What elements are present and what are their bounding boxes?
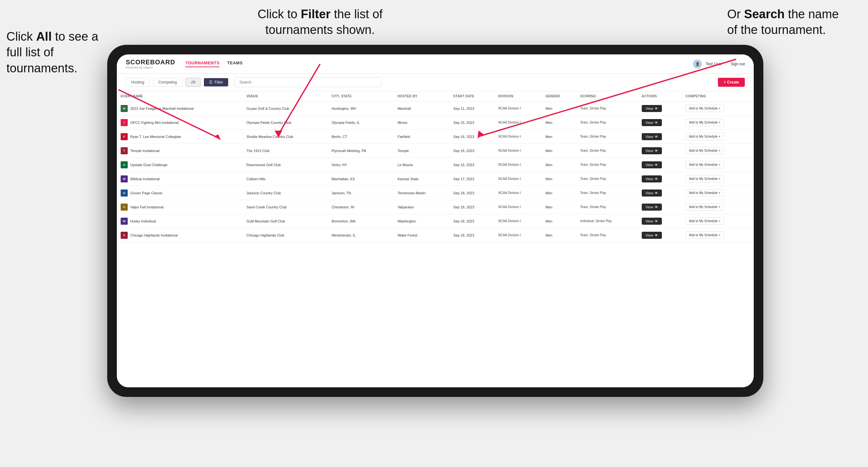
- logo-sub: Powered by clipp'd: [126, 66, 175, 69]
- view-button-4[interactable]: View 👁: [642, 147, 662, 154]
- tab-competing[interactable]: Competing: [153, 78, 182, 87]
- cell-action-10: View 👁: [638, 228, 682, 242]
- add-schedule-button-6[interactable]: Add to My Schedule +: [686, 175, 724, 182]
- event-name-text-9: Husky Individual: [130, 219, 156, 223]
- cell-event-name-8: V Valpo Fall Invitational: [117, 200, 243, 214]
- cell-action-6: View 👁: [638, 172, 682, 186]
- add-schedule-label-5: Add to My Schedule +: [689, 163, 720, 166]
- view-button-3[interactable]: View 👁: [642, 133, 662, 140]
- cell-gender-6: Men: [541, 172, 576, 186]
- cell-division-5: NCAA Division I: [495, 158, 542, 172]
- cell-competing-9: Add to My Schedule +: [682, 214, 754, 228]
- cell-venue-10: Chicago Highlands Club: [243, 228, 328, 242]
- table-row: T Temple Invitational The 1912 Club Plym…: [117, 144, 754, 158]
- cell-event-name-7: G Grover Page Classic: [117, 186, 243, 200]
- cell-gender-9: Men: [541, 214, 576, 228]
- table-container: EVENT NAME VENUE CITY, STATE HOSTED BY S…: [117, 91, 754, 387]
- cell-gender-4: Men: [541, 144, 576, 158]
- add-schedule-label-3: Add to My Schedule +: [689, 135, 720, 138]
- cell-scoring-8: Team, Stroke Play: [577, 200, 638, 214]
- table-row: G Grover Page Classic Jackson Country Cl…: [117, 186, 754, 200]
- cell-gender-5: Men: [541, 158, 576, 172]
- view-button-1[interactable]: View 👁: [642, 105, 662, 112]
- col-start-date: START DATE: [450, 91, 494, 101]
- cell-hosted-9: Washington: [394, 214, 450, 228]
- cell-hosted-6: Kansas State: [394, 172, 450, 186]
- add-schedule-button-4[interactable]: Add to My Schedule +: [686, 147, 724, 154]
- view-label-7: View: [646, 191, 653, 195]
- view-label-3: View: [646, 135, 653, 138]
- annotation-all: Click All to see a full list of tourname…: [6, 29, 115, 76]
- cell-gender-8: Men: [541, 200, 576, 214]
- add-schedule-button-5[interactable]: Add to My Schedule +: [686, 161, 724, 168]
- cell-venue-7: Jackson Country Club: [243, 186, 328, 200]
- cell-venue-6: Colbert Hills: [243, 172, 328, 186]
- view-button-8[interactable]: View 👁: [642, 204, 662, 211]
- team-logo-3: F: [121, 133, 128, 140]
- eye-icon-1: 👁: [654, 106, 658, 111]
- cell-hosted-4: Temple: [394, 144, 450, 158]
- table-row: C Chicago Highlands Invitational Chicago…: [117, 228, 754, 242]
- event-name-text-8: Valpo Fall Invitational: [130, 205, 163, 209]
- create-button[interactable]: + Create: [718, 78, 745, 87]
- view-button-7[interactable]: View 👁: [642, 189, 662, 196]
- add-schedule-button-1[interactable]: Add to My Schedule +: [686, 105, 724, 112]
- view-button-6[interactable]: View 👁: [642, 176, 662, 182]
- cell-scoring-9: Individual, Stroke Play: [577, 214, 638, 228]
- sign-out-link[interactable]: Sign out: [731, 62, 745, 66]
- view-button-2[interactable]: View 👁: [642, 119, 662, 126]
- cell-venue-2: Olympia Fields Country Club: [243, 116, 328, 130]
- cell-competing-10: Add to My Schedule +: [682, 228, 754, 242]
- cell-division-2: NCAA Division I: [495, 116, 542, 130]
- table-body: M 2023 Joe Feaganes Marshall Invitationa…: [117, 101, 754, 242]
- cell-city-3: Berlin, CT: [328, 130, 394, 144]
- add-schedule-button-8[interactable]: Add to My Schedule +: [686, 203, 724, 211]
- cell-city-1: Huntington, WV: [328, 101, 394, 116]
- toolbar: Hosting Competing All ☰ Filter + Create: [117, 73, 754, 91]
- tab-all[interactable]: All: [186, 78, 201, 87]
- table-row: V Valpo Fall Invitational Sand Creek Cou…: [117, 200, 754, 214]
- view-button-10[interactable]: View 👁: [642, 232, 662, 239]
- nav-tournaments[interactable]: TOURNAMENTS: [185, 61, 219, 67]
- main-nav: TOURNAMENTS TEAMS: [185, 61, 693, 67]
- col-actions: ACTIONS: [638, 91, 682, 101]
- add-schedule-button-10[interactable]: Add to My Schedule +: [686, 231, 724, 239]
- tab-hosting[interactable]: Hosting: [126, 78, 150, 87]
- table-row: F Ryan T. Lee Memorial Collegiate Shuttl…: [117, 130, 754, 144]
- cell-city-2: Olympia Fields, IL: [328, 116, 394, 130]
- table-row: I OFCC Fighting Illini Invitational Olym…: [117, 116, 754, 130]
- event-name-text-2: OFCC Fighting Illini Invitational: [130, 121, 179, 125]
- cell-date-6: Sep 17, 2023: [450, 172, 494, 186]
- cell-competing-6: Add to My Schedule +: [682, 172, 754, 186]
- eye-icon-3: 👁: [654, 135, 658, 138]
- col-event-name: EVENT NAME: [117, 91, 243, 101]
- filter-icon: ☰: [209, 80, 213, 85]
- cell-venue-1: Guyan Golf & Country Club: [243, 101, 328, 116]
- filter-button[interactable]: ☰ Filter: [204, 78, 228, 86]
- view-button-5[interactable]: View 👁: [642, 161, 662, 168]
- cell-action-1: View 👁: [638, 101, 682, 116]
- tablet-frame: SCOREBOARD Powered by clipp'd TOURNAMENT…: [107, 45, 763, 397]
- cell-event-name-10: C Chicago Highlands Invitational: [117, 228, 243, 242]
- event-name-text-5: Upstate Dual Challenge: [130, 163, 167, 167]
- add-schedule-button-2[interactable]: Add to My Schedule +: [686, 119, 724, 126]
- add-schedule-button-9[interactable]: Add to My Schedule +: [686, 217, 724, 225]
- add-schedule-button-3[interactable]: Add to My Schedule +: [686, 133, 724, 140]
- cell-date-2: Sep 15, 2023: [450, 116, 494, 130]
- col-gender: GENDER: [541, 91, 576, 101]
- view-button-9[interactable]: View 👁: [642, 218, 662, 225]
- cell-division-9: NCAA Division I: [495, 214, 542, 228]
- search-input[interactable]: [235, 77, 382, 87]
- cell-scoring-3: Team, Stroke Play: [577, 130, 638, 144]
- eye-icon-8: 👁: [654, 205, 658, 209]
- cell-hosted-3: Fairfield: [394, 130, 450, 144]
- col-division: DIVISION: [495, 91, 542, 101]
- eye-icon-6: 👁: [654, 177, 658, 181]
- cell-hosted-1: Marshall: [394, 101, 450, 116]
- cell-gender-3: Men: [541, 130, 576, 144]
- cell-division-10: NCAA Division I: [495, 228, 542, 242]
- add-schedule-button-7[interactable]: Add to My Schedule +: [686, 189, 724, 196]
- cell-competing-1: Add to My Schedule +: [682, 101, 754, 116]
- cell-scoring-7: Team, Stroke Play: [577, 186, 638, 200]
- nav-teams[interactable]: TEAMS: [227, 61, 243, 67]
